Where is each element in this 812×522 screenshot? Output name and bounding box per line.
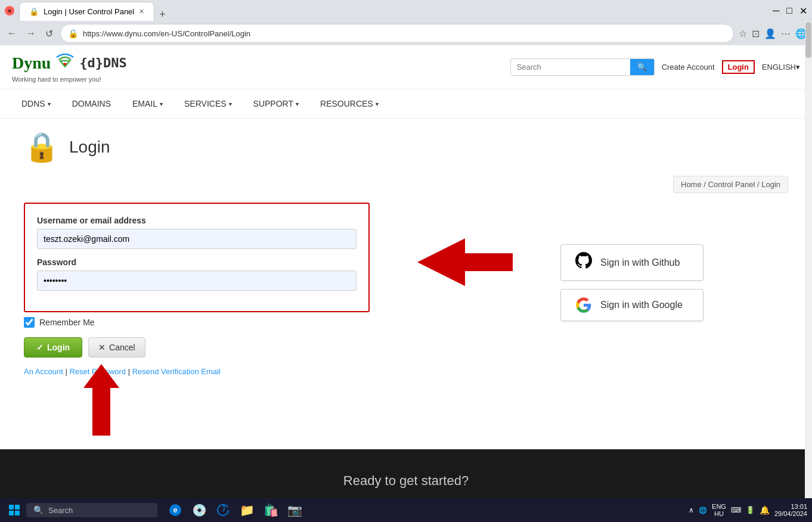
active-tab[interactable]: 🔒 Login | User Control Panel ✕	[19, 2, 154, 21]
close-window-icon[interactable]: ✕	[799, 5, 807, 17]
window-controls[interactable]: ✕	[5, 6, 14, 15]
profile-icon[interactable]: 👤	[764, 28, 776, 39]
taskbar-app-camera[interactable]: 📷	[284, 499, 305, 521]
button-row: ✓ Login ✕ Cancel	[24, 337, 370, 358]
menu-ddns[interactable]: DDNS ▾	[12, 94, 60, 113]
tab-bar: 🔒 Login | User Control Panel ✕ +	[19, 1, 768, 21]
menu-icon[interactable]: ⋯	[781, 28, 791, 39]
menu-support[interactable]: SUPPORT ▾	[244, 94, 308, 113]
checkmark-icon: ✓	[36, 343, 44, 352]
taskbar: 🔍 Search e 💿 📁 🛍️ 📷 ∧ 🌐	[0, 498, 812, 522]
search-input[interactable]	[511, 60, 630, 74]
breadcrumb-panel[interactable]: Control Panel	[708, 180, 755, 189]
cancel-button[interactable]: ✕ Cancel	[88, 337, 145, 358]
breadcrumb-current: Login	[761, 180, 780, 189]
language-selector[interactable]: ENGLISH▾	[762, 63, 800, 72]
taskbar-notification-icon[interactable]: 🔔	[760, 505, 770, 515]
back-button[interactable]: ←	[5, 26, 19, 41]
new-tab-button[interactable]: +	[154, 8, 171, 21]
refresh-button[interactable]: ↺	[43, 26, 55, 42]
taskbar-app-store[interactable]: 🛍️	[260, 499, 281, 521]
page-title: Login	[69, 138, 110, 157]
svg-marker-1	[83, 364, 119, 436]
menu-services[interactable]: SERVICES ▾	[175, 94, 241, 113]
tab-favicon: 🔒	[29, 7, 39, 16]
taskbar-battery-icon: 🔋	[746, 506, 755, 514]
main-menu: DDNS ▾ DOMAINS EMAIL ▾ SERVICES ▾ SUPPOR…	[0, 89, 812, 119]
wifi-icon	[53, 51, 77, 74]
resend-verification-link[interactable]: Resend Verification Email	[132, 367, 221, 376]
taskbar-keyboard-icon: ⌨	[731, 506, 741, 514]
logo-dns: {d}DNS	[79, 55, 126, 70]
taskbar-search-box[interactable]: 🔍 Search	[26, 503, 157, 517]
close-button[interactable]: ✕	[5, 6, 14, 15]
taskbar-app-edge[interactable]	[212, 499, 234, 521]
url-bar[interactable]: 🔒 https://www.dynu.com/en-US/ControlPane…	[60, 24, 734, 43]
taskbar-app-files[interactable]: 📁	[236, 499, 258, 521]
social-signin-buttons: Sign in with Github Sign in with Google	[560, 244, 703, 321]
menu-resources[interactable]: RESOURCES ▾	[311, 94, 388, 113]
logo-tagline: Working hard to empower you!	[12, 76, 101, 83]
breadcrumb-container: Home / Control Panel / Login	[24, 176, 788, 193]
taskbar-right: ∧ 🌐 ENGHU ⌨ 🔋 🔔 13:01 29/04/2024	[689, 503, 807, 517]
search-button[interactable]: 🔍	[630, 59, 654, 75]
svg-rect-2	[9, 505, 14, 509]
decorative-arrow	[417, 238, 513, 286]
svg-rect-3	[15, 505, 20, 509]
taskbar-app-media[interactable]: 💿	[188, 499, 210, 521]
site-logo: Dynu {d}DNS Working hard to empower you!	[12, 51, 127, 83]
create-account-link[interactable]: An Account	[24, 367, 63, 376]
forward-button[interactable]: →	[24, 26, 38, 41]
address-bar: ← → ↺ 🔒 https://www.dynu.com/en-US/Contr…	[0, 21, 812, 45]
start-button[interactable]	[5, 501, 24, 520]
lock-icon: 🔒	[68, 29, 78, 38]
minimize-icon[interactable]: ─	[773, 5, 779, 16]
username-label: Username or email address	[37, 216, 357, 225]
github-signin-label: Sign in with Github	[600, 257, 680, 268]
taskbar-search-icon: 🔍	[33, 505, 44, 515]
github-icon	[575, 252, 592, 273]
browser-titlebar: ✕ 🔒 Login | User Control Panel ✕ + ─ □ ✕	[0, 0, 812, 21]
remember-me-label: Remember Me	[39, 318, 95, 327]
taskbar-apps: e 💿 📁 🛍️ 📷	[165, 499, 305, 521]
tab-title: Login | User Control Panel	[44, 7, 134, 16]
site-wrapper: Dynu {d}DNS Working hard to empower you!…	[0, 45, 812, 522]
scrollbar-track[interactable]	[805, 21, 812, 498]
login-link[interactable]: Login	[722, 60, 755, 74]
svg-rect-5	[15, 511, 20, 515]
nav-right: 🔍 Create Account Login ENGLISH▾	[510, 58, 800, 76]
site-nav: Dynu {d}DNS Working hard to empower you!…	[0, 45, 812, 89]
svg-text:e: e	[173, 506, 178, 514]
tab-close-icon[interactable]: ✕	[139, 8, 144, 15]
logo-image: Dynu {d}DNS	[12, 51, 127, 74]
svg-marker-0	[417, 238, 513, 286]
google-signin-label: Sign in with Google	[600, 300, 683, 310]
login-form-section: Username or email address Password Remem…	[24, 203, 370, 376]
toolbar-icons: ☆ ⊡ 👤 ⋯ 🌐	[739, 28, 807, 39]
lock-icon: 🔒	[24, 130, 60, 164]
password-label: Password	[37, 257, 357, 267]
login-button[interactable]: ✓ Login	[24, 337, 82, 358]
search-box[interactable]: 🔍	[510, 58, 655, 76]
maximize-icon[interactable]: □	[786, 5, 792, 16]
logo-brand: Dynu	[12, 54, 51, 73]
scrollbar-thumb[interactable]	[805, 22, 811, 58]
menu-email[interactable]: EMAIL ▾	[123, 94, 172, 113]
taskbar-network-icon: 🌐	[699, 507, 707, 514]
taskbar-lang: ENGHU	[712, 503, 726, 517]
google-signin-button[interactable]: Sign in with Google	[560, 289, 703, 321]
taskbar-time-display: 13:01	[774, 503, 807, 510]
login-area: Username or email address Password Remem…	[24, 203, 788, 376]
password-input[interactable]	[37, 271, 357, 291]
username-input[interactable]	[37, 229, 357, 249]
breadcrumb-home[interactable]: Home	[681, 180, 702, 189]
extensions-icon[interactable]: ⊡	[752, 28, 760, 39]
menu-domains[interactable]: DOMAINS	[63, 94, 120, 113]
taskbar-chevron-up[interactable]: ∧	[689, 506, 694, 514]
create-account-link[interactable]: Create Account	[662, 63, 715, 72]
taskbar-app-browser[interactable]: e	[165, 499, 186, 521]
taskbar-date-display: 29/04/2024	[774, 510, 807, 517]
star-icon[interactable]: ☆	[739, 28, 747, 39]
github-signin-button[interactable]: Sign in with Github	[560, 244, 703, 281]
remember-me-checkbox[interactable]	[24, 317, 35, 328]
